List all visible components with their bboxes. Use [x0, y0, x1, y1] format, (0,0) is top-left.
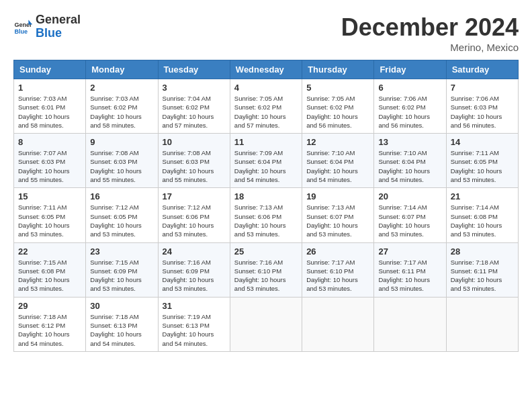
day-info: Sunrise: 7:09 AM Sunset: 6:04 PM Dayligh… — [234, 148, 298, 184]
day-number: 25 — [234, 246, 298, 257]
day-info: Sunrise: 7:17 AM Sunset: 6:11 PM Dayligh… — [378, 258, 441, 293]
table-row: 23Sunrise: 7:15 AM Sunset: 6:09 PM Dayli… — [86, 242, 158, 297]
day-number: 2 — [90, 83, 153, 93]
day-info: Sunrise: 7:19 AM Sunset: 6:13 PM Dayligh… — [163, 312, 226, 348]
day-info: Sunrise: 7:13 AM Sunset: 6:07 PM Dayligh… — [306, 203, 369, 238]
col-monday: Monday — [86, 60, 158, 79]
table-row: 28Sunrise: 7:18 AM Sunset: 6:11 PM Dayli… — [446, 242, 518, 297]
table-row: 10Sunrise: 7:08 AM Sunset: 6:03 PM Dayli… — [158, 134, 230, 188]
logo-text-blue: Blue — [36, 27, 81, 40]
table-row: 21Sunrise: 7:14 AM Sunset: 6:08 PM Dayli… — [446, 188, 518, 242]
day-number: 8 — [18, 137, 81, 147]
day-info: Sunrise: 7:03 AM Sunset: 6:01 PM Dayligh… — [18, 94, 81, 130]
day-info: Sunrise: 7:11 AM Sunset: 6:05 PM Dayligh… — [451, 148, 514, 184]
calendar-header-row: Sunday Monday Tuesday Wednesday Thursday… — [14, 60, 519, 79]
table-row: 19Sunrise: 7:13 AM Sunset: 6:07 PM Dayli… — [302, 188, 374, 242]
table-row: 13Sunrise: 7:10 AM Sunset: 6:04 PM Dayli… — [374, 134, 446, 188]
day-info: Sunrise: 7:08 AM Sunset: 6:03 PM Dayligh… — [163, 148, 226, 184]
day-number: 3 — [163, 83, 226, 93]
table-row: 20Sunrise: 7:14 AM Sunset: 6:07 PM Dayli… — [374, 188, 446, 242]
day-number: 11 — [234, 137, 298, 147]
table-row: 27Sunrise: 7:17 AM Sunset: 6:11 PM Dayli… — [374, 242, 446, 297]
day-info: Sunrise: 7:18 AM Sunset: 6:13 PM Dayligh… — [90, 312, 153, 348]
day-number: 22 — [18, 246, 81, 257]
table-row: 9Sunrise: 7:08 AM Sunset: 6:03 PM Daylig… — [86, 134, 158, 188]
col-saturday: Saturday — [446, 60, 518, 79]
month-title: December 2024 — [341, 13, 519, 42]
day-number: 27 — [378, 246, 441, 257]
day-number: 1 — [18, 83, 81, 93]
table-row: 17Sunrise: 7:12 AM Sunset: 6:06 PM Dayli… — [158, 188, 230, 242]
table-row — [374, 297, 446, 351]
col-friday: Friday — [374, 60, 446, 79]
table-row — [446, 297, 518, 351]
day-number: 4 — [234, 83, 298, 93]
table-row: 11Sunrise: 7:09 AM Sunset: 6:04 PM Dayli… — [230, 134, 302, 188]
table-row: 12Sunrise: 7:10 AM Sunset: 6:04 PM Dayli… — [302, 134, 374, 188]
table-row: 24Sunrise: 7:16 AM Sunset: 6:09 PM Dayli… — [158, 242, 230, 297]
day-number: 9 — [90, 137, 153, 147]
table-row: 15Sunrise: 7:11 AM Sunset: 6:05 PM Dayli… — [14, 188, 86, 242]
day-info: Sunrise: 7:08 AM Sunset: 6:03 PM Dayligh… — [90, 148, 153, 184]
day-info: Sunrise: 7:03 AM Sunset: 6:02 PM Dayligh… — [90, 94, 153, 130]
day-number: 24 — [163, 246, 226, 257]
calendar-row: 22Sunrise: 7:15 AM Sunset: 6:08 PM Dayli… — [14, 242, 519, 297]
table-row: 31Sunrise: 7:19 AM Sunset: 6:13 PM Dayli… — [158, 297, 230, 351]
day-info: Sunrise: 7:17 AM Sunset: 6:10 PM Dayligh… — [306, 258, 369, 293]
day-number: 29 — [18, 301, 81, 311]
col-wednesday: Wednesday — [230, 60, 302, 79]
day-info: Sunrise: 7:12 AM Sunset: 6:06 PM Dayligh… — [163, 203, 226, 238]
col-tuesday: Tuesday — [158, 60, 230, 79]
day-info: Sunrise: 7:14 AM Sunset: 6:08 PM Dayligh… — [451, 203, 514, 238]
day-info: Sunrise: 7:12 AM Sunset: 6:05 PM Dayligh… — [90, 203, 153, 238]
table-row: 25Sunrise: 7:16 AM Sunset: 6:10 PM Dayli… — [230, 242, 302, 297]
day-info: Sunrise: 7:16 AM Sunset: 6:10 PM Dayligh… — [234, 258, 298, 293]
day-number: 26 — [306, 246, 369, 257]
table-row: 26Sunrise: 7:17 AM Sunset: 6:10 PM Dayli… — [302, 242, 374, 297]
day-number: 10 — [163, 137, 226, 147]
day-number: 30 — [90, 301, 153, 311]
table-row: 22Sunrise: 7:15 AM Sunset: 6:08 PM Dayli… — [14, 242, 86, 297]
day-info: Sunrise: 7:05 AM Sunset: 6:02 PM Dayligh… — [234, 94, 298, 130]
day-info: Sunrise: 7:18 AM Sunset: 6:12 PM Dayligh… — [18, 312, 81, 348]
table-row — [302, 297, 374, 351]
day-info: Sunrise: 7:15 AM Sunset: 6:08 PM Dayligh… — [18, 258, 81, 293]
day-number: 6 — [378, 83, 441, 93]
table-row: 2Sunrise: 7:03 AM Sunset: 6:02 PM Daylig… — [86, 79, 158, 134]
day-info: Sunrise: 7:11 AM Sunset: 6:05 PM Dayligh… — [18, 203, 81, 238]
day-number: 23 — [90, 246, 153, 257]
day-number: 14 — [451, 137, 514, 147]
table-row: 30Sunrise: 7:18 AM Sunset: 6:13 PM Dayli… — [86, 297, 158, 351]
day-number: 21 — [451, 191, 514, 201]
day-info: Sunrise: 7:14 AM Sunset: 6:07 PM Dayligh… — [378, 203, 441, 238]
day-number: 31 — [163, 301, 226, 311]
day-number: 16 — [90, 191, 153, 201]
calendar-table: Sunday Monday Tuesday Wednesday Thursday… — [13, 60, 519, 352]
day-info: Sunrise: 7:10 AM Sunset: 6:04 PM Dayligh… — [306, 148, 369, 184]
day-info: Sunrise: 7:10 AM Sunset: 6:04 PM Dayligh… — [378, 148, 441, 184]
table-row: 8Sunrise: 7:07 AM Sunset: 6:03 PM Daylig… — [14, 134, 86, 188]
day-info: Sunrise: 7:07 AM Sunset: 6:03 PM Dayligh… — [18, 148, 81, 184]
col-sunday: Sunday — [14, 60, 86, 79]
day-info: Sunrise: 7:18 AM Sunset: 6:11 PM Dayligh… — [451, 258, 514, 293]
table-row: 14Sunrise: 7:11 AM Sunset: 6:05 PM Dayli… — [446, 134, 518, 188]
calendar-row: 29Sunrise: 7:18 AM Sunset: 6:12 PM Dayli… — [14, 297, 519, 351]
day-number: 15 — [18, 191, 81, 201]
table-row: 6Sunrise: 7:06 AM Sunset: 6:02 PM Daylig… — [374, 79, 446, 134]
day-info: Sunrise: 7:05 AM Sunset: 6:02 PM Dayligh… — [306, 94, 369, 130]
svg-text:Blue: Blue — [14, 28, 28, 35]
day-number: 28 — [451, 246, 514, 257]
table-row: 7Sunrise: 7:06 AM Sunset: 6:03 PM Daylig… — [446, 79, 518, 134]
calendar-row: 8Sunrise: 7:07 AM Sunset: 6:03 PM Daylig… — [14, 134, 519, 188]
day-number: 12 — [306, 137, 369, 147]
day-number: 13 — [378, 137, 441, 147]
table-row: 1Sunrise: 7:03 AM Sunset: 6:01 PM Daylig… — [14, 79, 86, 134]
day-number: 18 — [234, 191, 298, 201]
day-number: 5 — [306, 83, 369, 93]
page-header: General Blue General Blue December 2024 … — [13, 13, 519, 53]
table-row — [230, 297, 302, 351]
calendar-row: 15Sunrise: 7:11 AM Sunset: 6:05 PM Dayli… — [14, 188, 519, 242]
day-info: Sunrise: 7:13 AM Sunset: 6:06 PM Dayligh… — [234, 203, 298, 238]
logo: General Blue General Blue — [13, 13, 81, 40]
table-row: 3Sunrise: 7:04 AM Sunset: 6:02 PM Daylig… — [158, 79, 230, 134]
